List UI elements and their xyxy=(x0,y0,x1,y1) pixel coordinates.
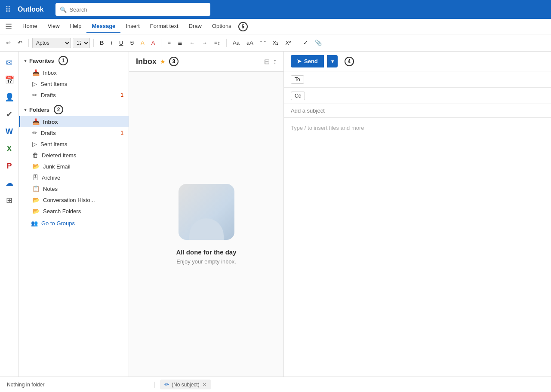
strikethrough-button[interactable]: S xyxy=(127,37,136,49)
inbox-circle-badge: 3 xyxy=(169,57,179,66)
favorites-chevron-icon: ▾ xyxy=(24,58,27,64)
subject-field xyxy=(284,104,551,118)
underline-button[interactable]: U xyxy=(117,37,126,49)
body-placeholder: Type / to insert files and more xyxy=(291,125,544,131)
email-list-content: All done for the day Enjoy your empty in… xyxy=(129,72,283,377)
menu-help[interactable]: Help xyxy=(65,20,87,33)
compose-body[interactable]: Type / to insert files and more xyxy=(284,118,551,377)
nav-excel-button[interactable]: X xyxy=(2,141,17,156)
formatting-toolbar: ↩ ↶ Aptos 12 B I U S A A ≡ ≣ ← → ≡↕ Aa a… xyxy=(0,34,551,52)
inbox-star-icon[interactable]: ★ xyxy=(160,58,166,65)
text-case-button[interactable]: Aa xyxy=(230,37,242,49)
menu-message[interactable]: Message xyxy=(86,20,120,33)
decrease-indent-button[interactable]: ← xyxy=(187,37,197,49)
font-selector[interactable]: Aptos xyxy=(32,38,71,48)
empty-inbox-title: All done for the day xyxy=(176,248,236,256)
sidebar-item-sent[interactable]: ▷ Sent Items xyxy=(19,138,129,150)
folders-label: Folders xyxy=(29,107,49,113)
to-input[interactable] xyxy=(304,76,544,83)
sidebar-item-favorites-drafts[interactable]: ✏ Drafts 1 xyxy=(19,89,129,101)
nav-mail-button[interactable]: ✉ xyxy=(2,55,17,70)
numbering-button[interactable]: ≣ xyxy=(175,37,185,49)
sidebar-item-drafts[interactable]: ✏ Drafts 1 xyxy=(19,127,129,138)
email-list-header: Inbox ★ 3 ⊟ ↕ xyxy=(129,52,283,72)
sidebar-item-notes[interactable]: 📋 Notes xyxy=(19,183,129,194)
email-list-actions: ⊟ ↕ xyxy=(264,58,277,66)
sidebar-item-deleted[interactable]: 🗑 Deleted Items xyxy=(19,150,129,161)
folder-convo-icon: 📂 xyxy=(32,196,40,203)
to-label-button[interactable]: To xyxy=(291,75,304,84)
subject-input[interactable] xyxy=(291,107,544,114)
cc-label-button[interactable]: Cc xyxy=(291,92,305,100)
cc-input[interactable] xyxy=(305,92,544,99)
search-bar: 🔍 xyxy=(55,3,210,16)
menu-draw[interactable]: Draw xyxy=(184,20,207,33)
check-button[interactable]: ✓ xyxy=(301,37,311,49)
superscript-button[interactable]: X² xyxy=(283,37,293,49)
line-spacing-button[interactable]: ≡↕ xyxy=(212,37,223,49)
folders-section-header[interactable]: ▾ Folders 2 xyxy=(19,101,129,116)
go-to-groups-link[interactable]: 👥 Go to Groups xyxy=(19,217,129,230)
menu-options[interactable]: Options xyxy=(207,20,237,33)
favorites-section-header[interactable]: ▾ Favorites 1 xyxy=(19,52,129,67)
groups-icon: 👥 xyxy=(31,220,38,227)
nav-word-button[interactable]: W xyxy=(2,124,17,139)
redo-button[interactable]: ↶ xyxy=(15,37,25,49)
sidebar-item-conversation-history[interactable]: 📂 Conversation Histo... xyxy=(19,194,129,205)
sort-icon[interactable]: ↕ xyxy=(273,58,277,66)
send-button[interactable]: ➤ Send xyxy=(291,55,324,67)
italic-button[interactable]: I xyxy=(108,37,115,49)
sidebar-item-inbox[interactable]: 📥 Inbox xyxy=(19,116,129,127)
folder-junk-icon: 📂 xyxy=(32,163,40,170)
favorites-inbox-label: Inbox xyxy=(43,70,57,76)
folder-convo-label: Conversation Histo... xyxy=(43,197,95,203)
attachment-button[interactable]: 📎 xyxy=(312,37,324,49)
menu-format-text[interactable]: Format text xyxy=(145,20,184,33)
to-field: To xyxy=(284,71,551,88)
nav-calendar-button[interactable]: 📅 xyxy=(2,72,17,88)
hamburger-button[interactable]: ☰ xyxy=(3,20,14,33)
folder-inbox-icon: 📥 xyxy=(32,118,40,125)
sidebar-item-archive[interactable]: 🗄 Archive xyxy=(19,172,129,183)
folder-archive-icon: 🗄 xyxy=(32,174,38,181)
sidebar-item-search-folders[interactable]: 📂 Search Folders xyxy=(19,205,129,217)
sidebar-item-favorites-inbox[interactable]: 📥 Inbox xyxy=(19,67,129,78)
draft-close-icon[interactable]: ✕ xyxy=(202,381,207,388)
font-color-button[interactable]: A xyxy=(149,37,158,49)
favorites-circle-badge: 1 xyxy=(58,56,68,65)
menu-insert[interactable]: Insert xyxy=(120,20,145,33)
menu-home[interactable]: Home xyxy=(17,20,43,33)
increase-indent-button[interactable]: → xyxy=(199,37,210,49)
menu-view[interactable]: View xyxy=(43,20,65,33)
nav-apps-button[interactable]: ⊞ xyxy=(2,193,17,208)
undo-button[interactable]: ↩ xyxy=(3,37,13,49)
quote-button[interactable]: " " xyxy=(258,37,268,49)
bullets-button[interactable]: ≡ xyxy=(165,37,173,49)
inbox-icon: 📥 xyxy=(32,69,40,76)
subscript-button[interactable]: X₂ xyxy=(270,37,281,49)
folder-inbox-label: Inbox xyxy=(43,119,58,125)
sent-icon: ▷ xyxy=(32,80,37,87)
change-case-button[interactable]: aA xyxy=(244,37,256,49)
highlight-button[interactable]: A xyxy=(138,37,147,49)
sidebar-item-junk[interactable]: 📂 Junk Email xyxy=(19,161,129,172)
font-size-selector[interactable]: 12 xyxy=(73,38,90,48)
draft-tab[interactable]: ✏ (No subject) ✕ xyxy=(160,380,211,389)
search-input[interactable] xyxy=(69,6,206,13)
folder-search-icon: 📂 xyxy=(32,208,40,214)
filter-icon[interactable]: ⊟ xyxy=(264,58,270,66)
waffle-icon[interactable]: ⠿ xyxy=(5,5,11,14)
toolbar-separator-3 xyxy=(161,39,161,47)
folders-chevron-icon: ▾ xyxy=(24,107,27,113)
bold-button[interactable]: B xyxy=(97,37,106,49)
nav-powerpoint-button[interactable]: P xyxy=(2,158,17,174)
folder-sent-label: Sent Items xyxy=(40,141,67,147)
folder-search-label: Search Folders xyxy=(43,208,81,214)
send-dropdown-button[interactable]: ▾ xyxy=(327,55,338,67)
nav-onedrive-button[interactable]: ☁ xyxy=(2,175,17,191)
folders-circle-badge: 2 xyxy=(54,105,63,114)
sidebar-item-favorites-sent[interactable]: ▷ Sent Items xyxy=(19,78,129,89)
toolbar-separator-4 xyxy=(226,39,227,47)
nav-people-button[interactable]: 👤 xyxy=(2,89,17,105)
nav-tasks-button[interactable]: ✔ xyxy=(2,107,17,122)
